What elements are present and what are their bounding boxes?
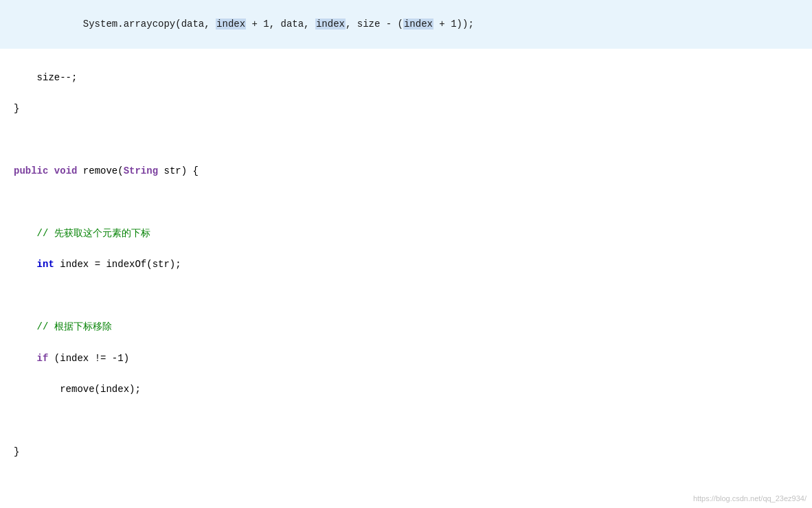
code-line: public void remove(String str) { <box>14 163 798 179</box>
code-line-highlight: System.arraycopy(data, index + 1, data, … <box>0 0 812 49</box>
code-line <box>14 413 798 429</box>
code-line: if (index != -1) <box>14 351 798 367</box>
code-line <box>14 476 798 492</box>
watermark: https://blog.csdn.net/qq_23ez934/ <box>693 494 807 503</box>
code-line <box>14 195 798 211</box>
code-line <box>14 132 798 148</box>
code-line <box>14 288 798 304</box>
code-line: // 根据下标移除 <box>14 319 798 335</box>
code-line: } <box>14 444 798 460</box>
code-line: remove(index); <box>14 382 798 397</box>
code-line: // 先获取这个元素的下标 <box>14 226 798 242</box>
code-line: size--; <box>14 70 798 86</box>
code-text: System.arraycopy(data, index + 1, data, … <box>37 19 474 30</box>
code-content: size--; } public void remove(String str)… <box>0 49 812 508</box>
code-editor: System.arraycopy(data, index + 1, data, … <box>0 0 812 508</box>
code-line: } <box>14 101 798 117</box>
code-line: int index = indexOf(str); <box>14 257 798 273</box>
